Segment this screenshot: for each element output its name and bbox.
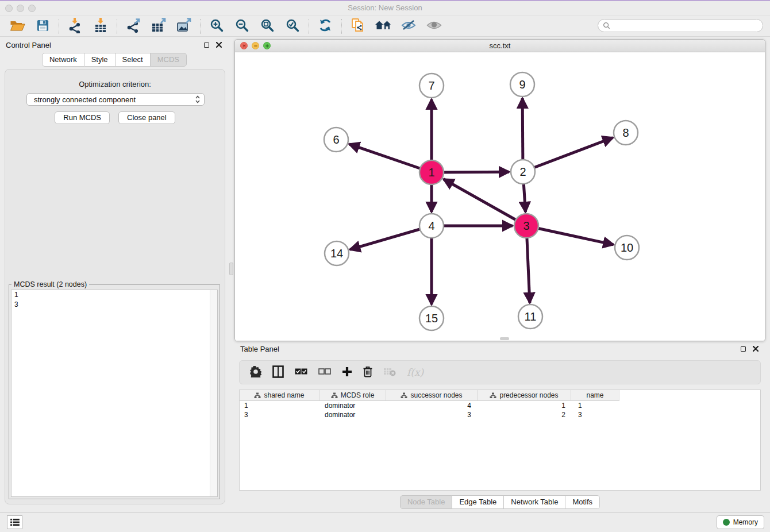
control-panel-tabbar: NetworkStyleSelectMCDS [0, 53, 229, 67]
canvas-resize-grip[interactable] [500, 337, 509, 340]
table-cell[interactable]: dominator [320, 410, 387, 419]
table-panel: Table Panel f(x) shared nameMCDS rolesuc… [234, 341, 765, 512]
mcds-result-item: 1 [11, 290, 217, 300]
table-tab-edge-table[interactable]: Edge Table [452, 495, 504, 509]
add-column-button[interactable] [342, 365, 352, 380]
table-cell[interactable]: 3 [387, 410, 479, 419]
network-canvas[interactable]: 1234678910111415 [235, 52, 765, 341]
table-cell[interactable]: 3 [240, 410, 320, 419]
result-scrollbar[interactable] [210, 290, 217, 496]
control-panel-float-button[interactable] [202, 41, 210, 49]
optimization-criterion-select[interactable]: strongly connected component [26, 93, 205, 106]
mcds-result-title: MCDS result (2 nodes) [11, 280, 89, 288]
table-row[interactable]: 1dominator411 [240, 401, 760, 410]
function-builder-button: f(x) [407, 365, 424, 380]
table-cell[interactable]: 2 [479, 410, 573, 419]
export-table-icon [151, 18, 167, 34]
control-tab-mcds[interactable]: MCDS [151, 53, 187, 67]
table-cell[interactable]: 1 [573, 401, 622, 410]
control-panel-close-button[interactable] [215, 41, 223, 49]
application-window: Session: New Session Control Panel Netwo… [0, 0, 770, 532]
graph-edge-3-10[interactable] [526, 226, 614, 245]
graph-edge-3-1[interactable] [444, 179, 526, 226]
mcds-result-list[interactable]: 13 [11, 290, 218, 497]
table-tab-network-table[interactable]: Network Table [504, 495, 565, 509]
refresh-view-button[interactable] [313, 17, 338, 36]
show-all-button[interactable] [421, 17, 446, 36]
search-box[interactable] [598, 19, 763, 32]
zoom-out-icon [235, 18, 249, 34]
table-cell[interactable]: 1 [240, 401, 320, 410]
control-panel-title: Control Panel [6, 41, 51, 49]
column-header-mcds-role[interactable]: MCDS role [319, 390, 386, 401]
zoom-in-button[interactable] [204, 17, 229, 36]
table-tab-node-table[interactable]: Node Table [400, 495, 453, 509]
table-row[interactable]: 3dominator323 [240, 410, 760, 419]
column-header-successor-nodes[interactable]: successor nodes [386, 390, 478, 401]
float-icon [741, 346, 746, 352]
export-table-button[interactable] [146, 17, 171, 36]
import-network-button[interactable] [63, 17, 88, 36]
graph-node-label: 2 [519, 165, 526, 178]
close-panel-button[interactable]: Close panel [118, 111, 175, 124]
task-history-button[interactable] [7, 515, 22, 529]
column-header-label: successor nodes [410, 391, 462, 399]
table-panel-float-button[interactable] [739, 345, 747, 353]
table-cell[interactable]: 3 [573, 410, 622, 419]
table-cell[interactable]: 1 [479, 401, 573, 410]
task-list-icon [10, 518, 20, 526]
float-icon [204, 43, 209, 48]
splitter-grip[interactable] [229, 263, 233, 275]
table-settings-button[interactable] [250, 365, 261, 380]
control-tab-select[interactable]: Select [116, 53, 151, 67]
table-cell[interactable]: dominator [320, 401, 387, 410]
search-input[interactable] [613, 22, 758, 30]
first-neighbors-button[interactable] [371, 17, 396, 36]
zoom-out-button[interactable] [229, 17, 255, 36]
select-all-rows-button[interactable] [295, 365, 307, 380]
graph-node-label: 6 [333, 133, 339, 146]
table-cell[interactable]: 4 [387, 401, 479, 410]
run-mcds-button[interactable]: Run MCDS [55, 111, 110, 124]
export-image-icon [176, 18, 192, 34]
column-header-label: predecessor nodes [499, 391, 558, 399]
open-session-button[interactable] [5, 17, 30, 36]
column-options-icon [272, 365, 284, 380]
column-header-name[interactable]: name [571, 390, 619, 401]
graph-node-label: 3 [523, 219, 529, 232]
control-tab-network[interactable]: Network [42, 53, 84, 67]
import-table-button[interactable] [88, 17, 113, 36]
table-panel-close-button[interactable] [752, 345, 760, 353]
column-options-button[interactable] [272, 365, 284, 380]
zoom-selected-button[interactable] [280, 17, 305, 36]
graph-edge-1-6[interactable] [349, 144, 432, 172]
delete-column-button[interactable] [363, 365, 372, 380]
zoom-fit-button[interactable] [255, 17, 280, 36]
table-settings-icon [250, 366, 261, 379]
mcds-panel: Optimization criterion: strongly connect… [5, 69, 225, 504]
export-network-button[interactable] [121, 17, 146, 36]
hide-selected-button[interactable] [396, 17, 421, 36]
column-header-predecessor-nodes[interactable]: predecessor nodes [478, 390, 571, 401]
table-tab-motifs[interactable]: Motifs [565, 495, 600, 509]
column-header-shared-name[interactable]: shared name [240, 390, 319, 401]
export-image-button[interactable] [171, 17, 197, 36]
column-header-label: name [586, 391, 603, 399]
column-header-label: MCDS role [341, 391, 375, 399]
network-window-titlebar[interactable]: scc.txt [235, 40, 765, 52]
graph-edge-2-8[interactable] [523, 138, 613, 172]
deselect-all-rows-button[interactable] [318, 365, 331, 380]
toolbar-separator [59, 19, 59, 34]
toolbar-separator [200, 19, 201, 34]
status-bar: Memory [0, 512, 770, 532]
table-tabbar: Node TableEdge TableNetwork TableMotifs [234, 495, 765, 509]
new-network-from-selection-button[interactable] [345, 17, 371, 36]
chevron-up-down-icon [195, 95, 201, 104]
control-tab-style[interactable]: Style [84, 53, 116, 67]
zoom-fit-icon [260, 18, 274, 34]
memory-button[interactable]: Memory [717, 515, 764, 529]
title-bar: Session: New Session [0, 1, 770, 16]
mcds-result-group: MCDS result (2 nodes) 13 [9, 284, 220, 499]
save-session-button[interactable] [30, 17, 55, 36]
panel-splitter[interactable] [229, 37, 234, 512]
